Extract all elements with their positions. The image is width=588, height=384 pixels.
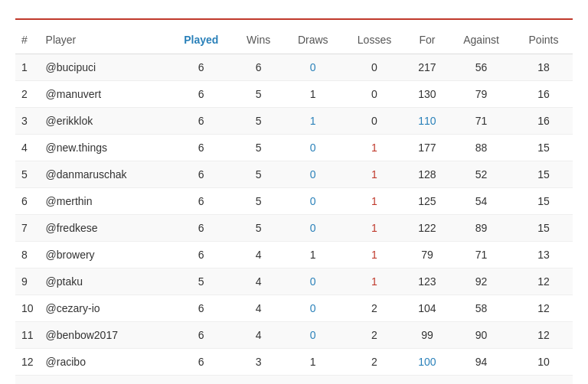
col-header-losses: Losses bbox=[342, 26, 407, 54]
cell-: 7 bbox=[15, 215, 40, 242]
cell-draws: 0 bbox=[283, 188, 342, 215]
cell-for: 128 bbox=[407, 161, 448, 188]
table-row: 3@erikklok65101107116 bbox=[15, 108, 573, 135]
table-row: 13@itz.inno6312998310 bbox=[15, 376, 573, 385]
cell-played: 5 bbox=[168, 268, 234, 295]
cell-draws: 1 bbox=[283, 81, 342, 108]
cell-points: 10 bbox=[514, 376, 573, 385]
cell-: 10 bbox=[15, 295, 40, 322]
cell-against: 92 bbox=[448, 268, 514, 295]
cell-points: 15 bbox=[514, 135, 573, 161]
col-header-#: # bbox=[15, 26, 40, 54]
cell-for: 130 bbox=[407, 81, 448, 108]
table-row: 1@bucipuci66002175618 bbox=[15, 54, 573, 81]
cell-losses: 0 bbox=[342, 108, 407, 135]
ranking-table: #PlayerPlayedWinsDrawsLossesForAgainstPo… bbox=[15, 26, 573, 384]
table-row: 7@fredkese65011228915 bbox=[15, 215, 573, 242]
cell-against: 54 bbox=[448, 188, 514, 215]
cell-losses: 1 bbox=[342, 161, 407, 188]
cell-player: @bucipuci bbox=[40, 54, 169, 81]
cell-for: 123 bbox=[407, 268, 448, 295]
cell-wins: 4 bbox=[234, 295, 283, 322]
table-row: 6@merthin65011255415 bbox=[15, 188, 573, 215]
cell-played: 6 bbox=[168, 295, 234, 322]
cell-draws: 0 bbox=[283, 161, 342, 188]
cell-for: 104 bbox=[407, 295, 448, 322]
cell-played: 6 bbox=[168, 242, 234, 268]
table-row: 11@benbow20176402999012 bbox=[15, 322, 573, 349]
cell-player: @ptaku bbox=[40, 268, 169, 295]
cell-draws: 1 bbox=[283, 349, 342, 376]
col-header-player: Player bbox=[40, 26, 169, 54]
cell-for: 99 bbox=[407, 376, 448, 385]
col-header-against: Against bbox=[448, 26, 514, 54]
cell-for: 122 bbox=[407, 215, 448, 242]
cell-losses: 0 bbox=[342, 54, 407, 81]
cell-wins: 5 bbox=[234, 188, 283, 215]
table-row: 12@racibo63121009410 bbox=[15, 349, 573, 376]
cell-played: 6 bbox=[168, 376, 234, 385]
cell-losses: 2 bbox=[342, 322, 407, 349]
cell-against: 71 bbox=[448, 108, 514, 135]
cell-player: @racibo bbox=[40, 349, 169, 376]
cell-points: 12 bbox=[514, 322, 573, 349]
cell-player: @browery bbox=[40, 242, 169, 268]
col-header-draws: Draws bbox=[283, 26, 342, 54]
cell-against: 90 bbox=[448, 322, 514, 349]
col-header-for: For bbox=[407, 26, 448, 54]
cell-played: 6 bbox=[168, 81, 234, 108]
cell-player: @manuvert bbox=[40, 81, 169, 108]
cell-: 12 bbox=[15, 349, 40, 376]
cell-losses: 1 bbox=[342, 135, 407, 161]
cell-for: 110 bbox=[407, 108, 448, 135]
cell-wins: 4 bbox=[234, 322, 283, 349]
cell-against: 83 bbox=[448, 376, 514, 385]
cell-draws: 1 bbox=[283, 242, 342, 268]
cell-: 9 bbox=[15, 268, 40, 295]
cell-: 1 bbox=[15, 54, 40, 81]
cell-wins: 4 bbox=[234, 242, 283, 268]
cell-player: @cezary-io bbox=[40, 295, 169, 322]
cell-: 5 bbox=[15, 161, 40, 188]
cell-for: 177 bbox=[407, 135, 448, 161]
cell-points: 10 bbox=[514, 349, 573, 376]
cell-draws: 0 bbox=[283, 215, 342, 242]
table-row: 9@ptaku54011239212 bbox=[15, 268, 573, 295]
cell-wins: 5 bbox=[234, 215, 283, 242]
cell-against: 58 bbox=[448, 295, 514, 322]
cell-points: 15 bbox=[514, 215, 573, 242]
table-row: 10@cezary-io64021045812 bbox=[15, 295, 573, 322]
cell-losses: 1 bbox=[342, 215, 407, 242]
cell-points: 12 bbox=[514, 268, 573, 295]
cell-losses: 1 bbox=[342, 188, 407, 215]
cell-: 4 bbox=[15, 135, 40, 161]
cell-points: 13 bbox=[514, 242, 573, 268]
table-row: 4@new.things65011778815 bbox=[15, 135, 573, 161]
cell-played: 6 bbox=[168, 215, 234, 242]
cell-: 13 bbox=[15, 376, 40, 385]
cell-draws: 0 bbox=[283, 54, 342, 81]
cell-draws: 0 bbox=[283, 295, 342, 322]
cell-wins: 3 bbox=[234, 376, 283, 385]
cell-wins: 3 bbox=[234, 349, 283, 376]
cell-for: 217 bbox=[407, 54, 448, 81]
cell-against: 52 bbox=[448, 161, 514, 188]
table-row: 8@browery6411797113 bbox=[15, 242, 573, 268]
col-header-played: Played bbox=[168, 26, 234, 54]
cell-against: 94 bbox=[448, 349, 514, 376]
cell-played: 6 bbox=[168, 161, 234, 188]
cell-played: 6 bbox=[168, 322, 234, 349]
cell-: 8 bbox=[15, 242, 40, 268]
cell-draws: 0 bbox=[283, 268, 342, 295]
cell-points: 16 bbox=[514, 108, 573, 135]
cell-player: @erikklok bbox=[40, 108, 169, 135]
cell-draws: 0 bbox=[283, 322, 342, 349]
cell-points: 18 bbox=[514, 54, 573, 81]
cell-: 2 bbox=[15, 81, 40, 108]
cell-wins: 5 bbox=[234, 135, 283, 161]
cell-player: @merthin bbox=[40, 188, 169, 215]
cell-against: 71 bbox=[448, 242, 514, 268]
cell-played: 6 bbox=[168, 54, 234, 81]
cell-: 3 bbox=[15, 108, 40, 135]
cell-wins: 5 bbox=[234, 108, 283, 135]
